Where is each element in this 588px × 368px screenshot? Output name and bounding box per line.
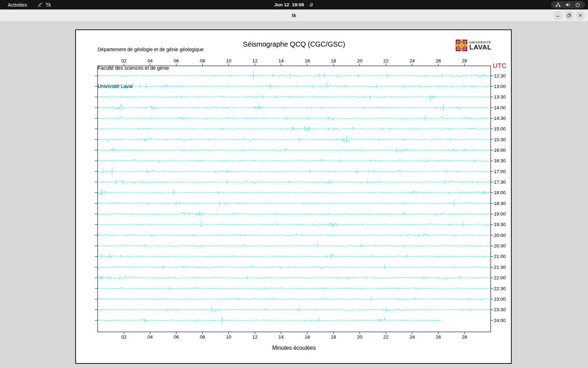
- helicorder-plot: 0202040406060808101012121414161618182020…: [76, 30, 511, 362]
- svg-text:24: 24: [410, 58, 415, 63]
- svg-text:13:00: 13:00: [494, 84, 506, 89]
- svg-text:18: 18: [331, 334, 336, 340]
- topbar-time: 19:59: [292, 2, 304, 7]
- svg-text:22: 22: [383, 58, 388, 63]
- svg-text:21:00: 21:00: [494, 254, 506, 259]
- svg-text:10: 10: [226, 334, 231, 340]
- svg-text:17:00: 17:00: [494, 169, 506, 174]
- svg-text:22: 22: [383, 334, 388, 340]
- svg-text:19:00: 19:00: [494, 211, 506, 217]
- svg-text:17:30: 17:30: [494, 179, 506, 185]
- window-title: tk: [0, 9, 588, 21]
- svg-text:20: 20: [357, 334, 362, 340]
- svg-text:20:00: 20:00: [494, 233, 506, 238]
- svg-text:23:00: 23:00: [494, 297, 506, 302]
- x-axis-title: Minutes écoulées: [272, 345, 316, 351]
- svg-text:26: 26: [436, 334, 441, 340]
- notifications-muted-icon: [309, 2, 314, 7]
- svg-text:23:30: 23:30: [494, 307, 506, 312]
- svg-text:12: 12: [252, 334, 258, 340]
- svg-text:06: 06: [174, 58, 179, 63]
- svg-text:06: 06: [174, 334, 179, 340]
- svg-text:24:00: 24:00: [494, 318, 506, 323]
- svg-text:16:30: 16:30: [494, 158, 506, 163]
- svg-text:18: 18: [331, 58, 336, 63]
- svg-text:UTC: UTC: [493, 62, 506, 69]
- system-status-area[interactable]: [551, 1, 585, 8]
- svg-text:04: 04: [147, 58, 153, 63]
- svg-text:26: 26: [436, 58, 441, 63]
- svg-text:21:30: 21:30: [494, 265, 506, 270]
- svg-text:16: 16: [304, 334, 310, 340]
- clock-menu[interactable]: Jun 12 19:59: [274, 0, 314, 9]
- tk-app-label: Tk: [46, 2, 51, 8]
- svg-text:12:30: 12:30: [494, 73, 506, 79]
- seismograph-canvas: Département de géologie et de génie géol…: [75, 29, 512, 364]
- svg-text:20:30: 20:30: [494, 243, 506, 248]
- tk-app-indicator[interactable]: Tk: [37, 0, 51, 9]
- svg-text:24: 24: [410, 334, 415, 340]
- svg-text:16: 16: [304, 58, 310, 63]
- svg-text:19:30: 19:30: [494, 222, 506, 227]
- tk-feather-icon: [37, 2, 43, 8]
- svg-text:28: 28: [462, 334, 467, 340]
- close-button[interactable]: [576, 11, 585, 20]
- svg-text:02: 02: [121, 58, 126, 63]
- svg-text:14: 14: [279, 58, 284, 63]
- volume-icon: [565, 2, 570, 7]
- svg-text:15:00: 15:00: [494, 126, 506, 131]
- svg-text:15:30: 15:30: [494, 137, 506, 142]
- svg-text:13:30: 13:30: [494, 94, 506, 100]
- svg-text:14:30: 14:30: [494, 116, 506, 121]
- svg-text:02: 02: [121, 334, 126, 340]
- svg-text:22:30: 22:30: [494, 286, 506, 291]
- power-icon: [575, 2, 580, 7]
- maximize-button[interactable]: [565, 11, 574, 20]
- topbar-date: Jun 12: [274, 2, 289, 7]
- svg-text:04: 04: [147, 334, 153, 340]
- svg-text:16:00: 16:00: [494, 148, 506, 153]
- svg-text:14:00: 14:00: [494, 105, 506, 110]
- svg-text:18:00: 18:00: [494, 190, 506, 195]
- activities-button[interactable]: Activities: [5, 0, 30, 9]
- svg-text:08: 08: [200, 334, 205, 340]
- svg-text:12: 12: [252, 58, 258, 63]
- svg-text:18:30: 18:30: [494, 201, 506, 206]
- svg-text:20: 20: [357, 58, 362, 63]
- svg-text:14: 14: [279, 334, 284, 340]
- svg-text:08: 08: [200, 58, 205, 63]
- window-titlebar: tk: [0, 9, 588, 22]
- svg-text:22:00: 22:00: [494, 275, 506, 280]
- svg-text:28: 28: [462, 58, 467, 63]
- minimize-button[interactable]: [553, 11, 562, 20]
- network-icon: [555, 2, 561, 7]
- gnome-top-bar: Activities Tk Jun 12 19:59: [0, 0, 588, 9]
- svg-text:10: 10: [226, 58, 231, 63]
